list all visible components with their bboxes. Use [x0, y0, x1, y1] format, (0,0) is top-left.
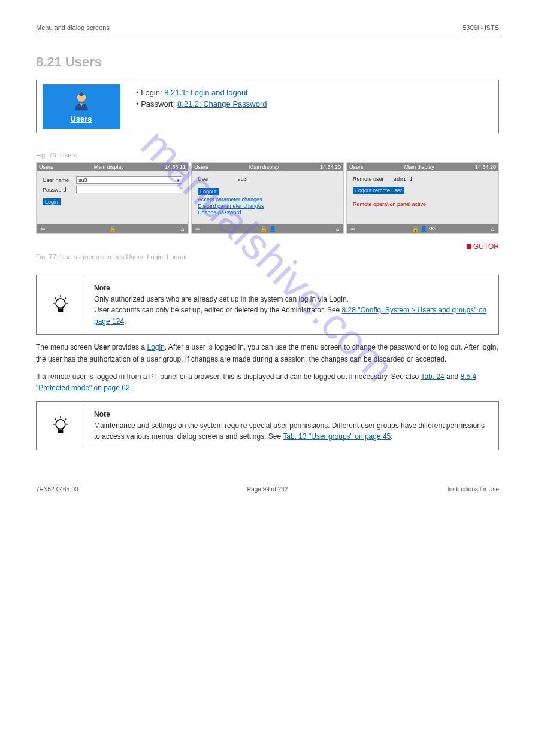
- footer-right: Instructions for Use: [344, 486, 499, 493]
- p2a: If a remote user is logged in from a PT …: [36, 372, 421, 381]
- screenshot-logout: Users Main display 14:54:20 User su3 Log…: [191, 162, 344, 234]
- svg-line-14: [64, 419, 65, 420]
- home-icon[interactable]: ⌂: [336, 226, 340, 232]
- lock-icon: 🔓: [109, 226, 116, 232]
- header-right: 5306i - iSTS: [463, 24, 499, 31]
- footer-center: Page 99 of 242: [191, 486, 345, 493]
- fig-caption-76: Fig. 76: Users: [36, 151, 499, 159]
- svg-point-9: [56, 420, 65, 429]
- shot3-remote-label: Remote user: [353, 176, 384, 182]
- back-icon[interactable]: ⇦: [350, 226, 355, 232]
- screenshot-row: Users Main display 14:53:11 User name su…: [36, 162, 499, 234]
- note1-p1: Only authorized users who are already se…: [94, 294, 489, 305]
- users-tile-label: Users: [70, 114, 92, 123]
- link-login-logout[interactable]: 8.21.1: Login and logout: [164, 88, 248, 97]
- shot2-user-label: User: [198, 176, 228, 182]
- svg-line-6: [64, 298, 65, 299]
- shot1-login-button[interactable]: Login: [43, 198, 61, 205]
- note1-title: Note: [94, 284, 110, 292]
- note2-title: Note: [94, 410, 110, 418]
- link-tab13[interactable]: Tab. 13 "User groups" on page 45: [283, 432, 391, 441]
- note1-p2: User accounts can only be set up, edited…: [94, 305, 489, 327]
- back-icon[interactable]: ⇦: [40, 226, 45, 232]
- link-change-password[interactable]: 8.21.2: Change Password: [177, 99, 267, 108]
- shot1-user-dropdown[interactable]: su3 ▾: [76, 176, 182, 184]
- shot3-warning: Remote operation panel active: [353, 201, 492, 207]
- shot3-hdr-left: Users: [349, 164, 364, 170]
- n2p1b: .: [391, 432, 392, 441]
- note-box-auth: Note Only authorized users who are alrea…: [36, 275, 499, 335]
- header-left: Menu and dialog screens: [36, 24, 110, 31]
- chevron-down-icon: ▾: [177, 177, 180, 183]
- bullet-password-prefix: Passwort:: [141, 99, 177, 108]
- screenshot-remote: Users Main display 14:54:20 Remote user …: [346, 162, 499, 234]
- lightbulb-icon: [50, 294, 71, 315]
- users-tile[interactable]: Users: [43, 84, 120, 129]
- p1c: provides a: [110, 343, 147, 351]
- p2b: and: [445, 372, 461, 381]
- p2c: .: [130, 384, 132, 392]
- shot2-accept-link[interactable]: Accept parameter changes: [198, 196, 337, 202]
- shot1-pass-input[interactable]: [76, 186, 182, 193]
- body-para-1: The menu screen User provides a Login. A…: [36, 342, 499, 365]
- shot3-logout-remote-button[interactable]: Logout remote user: [353, 187, 404, 194]
- link-login-inline[interactable]: Login: [147, 343, 164, 351]
- shot1-user-label: User name: [43, 177, 72, 183]
- users-overview-box: Users Login: 8.21.1: Login and logout Pa…: [36, 80, 499, 133]
- svg-line-13: [55, 419, 56, 420]
- shot1-hdr-mid: Main display: [94, 164, 124, 170]
- shot3-remote-value: admin1: [394, 176, 413, 182]
- section-title: 8.21 Users: [36, 54, 499, 70]
- header-rule: [36, 35, 499, 35]
- note2-p1: Maintenance and settings on the system r…: [94, 420, 489, 442]
- shot2-discard-link[interactable]: Discard parameter changes: [198, 203, 337, 209]
- bullet-login: Login: 8.21.1: Login and logout: [136, 87, 489, 99]
- svg-line-5: [55, 298, 56, 299]
- brand-name: GUTOR: [473, 242, 499, 251]
- back-icon[interactable]: ⇦: [195, 226, 200, 232]
- screenshot-login: Users Main display 14:53:11 User name su…: [36, 162, 189, 234]
- note1-p2b: .: [124, 317, 126, 326]
- bullet-login-prefix: Login:: [141, 88, 164, 97]
- footer-left: 7EN52-0465-00: [36, 486, 191, 493]
- body-para-2: If a remote user is logged in from a PT …: [36, 371, 499, 394]
- brand-logo: GUTOR: [36, 242, 499, 251]
- shot3-hdr-mid: Main display: [404, 164, 434, 170]
- home-icon[interactable]: ⌂: [491, 226, 495, 232]
- shot2-hdr-left: Users: [194, 164, 208, 170]
- shot1-user-value: su3: [78, 177, 87, 183]
- shot1-hdr-left: Users: [39, 164, 53, 170]
- shot2-hdr-mid: Main display: [249, 164, 279, 170]
- fig-caption-77: Fig. 77: Users - menu screens Users, Log…: [36, 253, 499, 260]
- overview-bullet-list: Login: 8.21.1: Login and logout Passwort…: [136, 87, 489, 110]
- bullet-password: Passwort: 8.21.2: Change Password: [136, 99, 489, 110]
- logo-square-icon: [467, 244, 471, 249]
- link-tab24[interactable]: Tab. 24: [421, 372, 444, 381]
- svg-rect-16: [58, 431, 62, 432]
- shot2-user-value: su3: [237, 176, 247, 182]
- eye-off-icon: 🔓 👤 👁: [412, 226, 436, 232]
- svg-point-1: [56, 299, 65, 308]
- shot2-logout-button[interactable]: Logout: [198, 188, 219, 195]
- note-box-permissions: Note Maintenance and settings on the sys…: [36, 401, 499, 450]
- page-footer: 7EN52-0465-00 Page 99 of 242 Instruction…: [36, 486, 499, 493]
- shot1-hdr-right: 14:53:11: [165, 164, 186, 170]
- home-icon[interactable]: ⌂: [181, 226, 185, 232]
- p1a: The menu screen: [36, 343, 94, 351]
- shot1-pass-label: Password: [43, 187, 72, 193]
- user-icon: [70, 90, 93, 113]
- svg-rect-8: [58, 310, 62, 311]
- shot2-hdr-right: 14:54:20: [320, 164, 341, 170]
- shot3-hdr-right: 14:54:20: [475, 164, 496, 170]
- p1b: User: [94, 343, 110, 351]
- lightbulb-icon: [50, 415, 71, 436]
- note1-p2a: User accounts can only be set up, edited…: [94, 306, 342, 314]
- page-header: Menu and dialog screens 5306i - iSTS: [36, 24, 499, 31]
- shot2-changepw-link[interactable]: Change password: [198, 210, 337, 215]
- lock-user-icon: 🔓 👤: [260, 226, 276, 232]
